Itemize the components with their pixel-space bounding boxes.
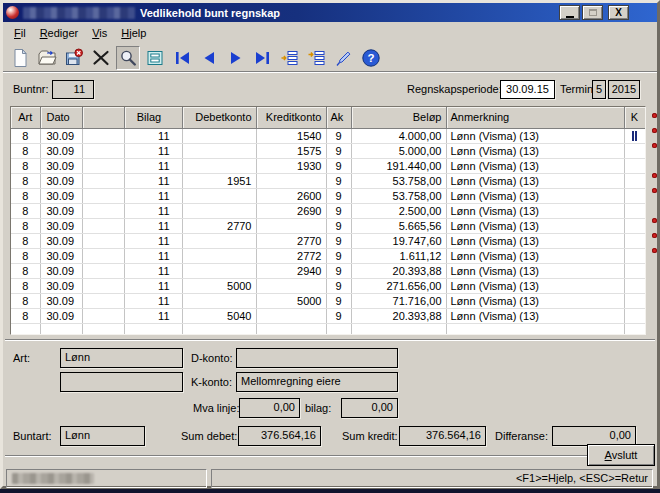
cell-k[interactable] — [624, 293, 645, 308]
cell-c3[interactable] — [82, 173, 124, 188]
cell-bilag[interactable]: 11 — [124, 293, 182, 308]
table-row[interactable]: 830.0911277095.665,56Lønn (Visma) (13) — [11, 218, 645, 233]
cell-c3[interactable] — [82, 233, 124, 248]
cell-k[interactable] — [624, 128, 645, 143]
insert-line-button[interactable] — [305, 46, 329, 70]
delete-batch-button[interactable] — [62, 46, 86, 70]
avslutt-button[interactable]: Avslutt — [587, 444, 655, 466]
menu-fil[interactable]: Fil — [7, 25, 33, 41]
cell-k[interactable] — [624, 203, 645, 218]
cell-c3[interactable] — [82, 263, 124, 278]
cell-anmerkning[interactable]: Lønn (Visma) (13) — [446, 248, 624, 263]
mva-bilag-field[interactable]: 0,00 — [341, 398, 398, 418]
maximize-button[interactable] — [582, 5, 603, 20]
cell-dato[interactable]: 30.09 — [40, 173, 82, 188]
cell-bilag[interactable]: 11 — [124, 308, 182, 323]
cell-art[interactable]: 8 — [11, 233, 40, 248]
cell-ak[interactable]: 9 — [326, 158, 351, 173]
cell-belop[interactable]: 71.716,00 — [351, 293, 446, 308]
cell-kreditkonto[interactable]: 2940 — [256, 263, 326, 278]
cell-art[interactable]: 8 — [11, 263, 40, 278]
table-row[interactable]: 830.091150009271.656,00Lønn (Visma) (13) — [11, 278, 645, 293]
cell-debetkonto[interactable]: 5040 — [182, 308, 256, 323]
cell-dato[interactable]: 30.09 — [40, 263, 82, 278]
cell-anmerkning[interactable]: Lønn (Visma) (13) — [446, 218, 624, 233]
cell-ak[interactable]: 9 — [326, 293, 351, 308]
sum-debet-field[interactable]: 376.564,16 — [238, 426, 321, 446]
column-header-dato[interactable]: Dato — [40, 107, 82, 128]
table-row[interactable]: 830.0911154094.000,00Lønn (Visma) (13) — [11, 128, 645, 143]
cell-anmerkning[interactable]: Lønn (Visma) (13) — [446, 263, 624, 278]
cell-ak[interactable]: 9 — [326, 248, 351, 263]
cell-belop[interactable]: 5.665,56 — [351, 218, 446, 233]
cell-debetkonto[interactable] — [182, 233, 256, 248]
cell-dato[interactable]: 30.09 — [40, 218, 82, 233]
cell-kreditkonto[interactable] — [256, 218, 326, 233]
cell-art[interactable]: 8 — [11, 278, 40, 293]
cell-anmerkning[interactable]: Lønn (Visma) (13) — [446, 308, 624, 323]
cell-c3[interactable] — [82, 248, 124, 263]
column-header-bilag[interactable]: Bilag — [124, 107, 182, 128]
column-header-ak[interactable]: Ak — [326, 107, 351, 128]
cell-ak[interactable]: 9 — [326, 308, 351, 323]
termin-year-field[interactable]: 2015 — [608, 80, 640, 99]
column-header-anmerkning[interactable]: Anmerkning — [446, 107, 624, 128]
cell-anmerkning[interactable]: Lønn (Visma) (13) — [446, 188, 624, 203]
cell-bilag[interactable]: 11 — [124, 128, 182, 143]
cell-kreditkonto[interactable] — [256, 173, 326, 188]
cell-dato[interactable]: 30.09 — [40, 308, 82, 323]
next-record-button[interactable] — [224, 46, 248, 70]
d-konto-field[interactable] — [236, 348, 398, 368]
cell-ak[interactable]: 9 — [326, 218, 351, 233]
cell-belop[interactable]: 53.758,00 — [351, 173, 446, 188]
cell-k[interactable] — [624, 218, 645, 233]
table-row[interactable]: 830.0911277291.611,12Lønn (Visma) (13) — [11, 248, 645, 263]
cell-bilag[interactable]: 11 — [124, 158, 182, 173]
cell-bilag[interactable]: 11 — [124, 263, 182, 278]
column-header-debetkonto[interactable]: Debetkonto — [182, 107, 256, 128]
cell-anmerkning[interactable]: Lønn (Visma) (13) — [446, 233, 624, 248]
art-field-2[interactable] — [60, 372, 183, 392]
cell-belop[interactable]: 2.500,00 — [351, 203, 446, 218]
cell-anmerkning[interactable]: Lønn (Visma) (13) — [446, 173, 624, 188]
cell-c3[interactable] — [82, 293, 124, 308]
cell-belop[interactable]: 1.611,12 — [351, 248, 446, 263]
column-header-blank[interactable] — [82, 107, 124, 128]
cell-dato[interactable]: 30.09 — [40, 278, 82, 293]
cell-belop[interactable]: 271.656,00 — [351, 278, 446, 293]
open-button[interactable] — [35, 46, 59, 70]
cell-k[interactable] — [624, 278, 645, 293]
cell-belop[interactable]: 20.393,88 — [351, 263, 446, 278]
cell-dato[interactable]: 30.09 — [40, 293, 82, 308]
cell-belop[interactable]: 53.758,00 — [351, 188, 446, 203]
cell-c3[interactable] — [82, 143, 124, 158]
cell-c3[interactable] — [82, 308, 124, 323]
cell-kreditkonto[interactable]: 2772 — [256, 248, 326, 263]
previous-record-button[interactable] — [197, 46, 221, 70]
column-header-k[interactable]: K — [624, 107, 645, 128]
search-button[interactable] — [116, 46, 140, 70]
cell-kreditkonto[interactable] — [256, 278, 326, 293]
menu-hjelp[interactable]: Hjelp — [114, 25, 153, 41]
minimize-button[interactable] — [559, 5, 580, 20]
cell-debetkonto[interactable]: 5000 — [182, 278, 256, 293]
cell-ak[interactable]: 9 — [326, 278, 351, 293]
cell-bilag[interactable]: 11 — [124, 173, 182, 188]
cell-debetkonto[interactable] — [182, 143, 256, 158]
cell-ak[interactable]: 9 — [326, 173, 351, 188]
cell-ak[interactable]: 9 — [326, 233, 351, 248]
cell-debetkonto[interactable]: 1951 — [182, 173, 256, 188]
cell-art[interactable]: 8 — [11, 203, 40, 218]
table-row[interactable]: 830.09112940920.393,88Lønn (Visma) (13) — [11, 263, 645, 278]
cell-art[interactable]: 8 — [11, 188, 40, 203]
cell-k[interactable] — [624, 233, 645, 248]
cell-k[interactable] — [624, 308, 645, 323]
table-row[interactable]: 830.09115000971.716,00Lønn (Visma) (13) — [11, 293, 645, 308]
cell-anmerkning[interactable]: Lønn (Visma) (13) — [446, 293, 624, 308]
cell-c3[interactable] — [82, 278, 124, 293]
cell-k[interactable] — [624, 263, 645, 278]
cell-debetkonto[interactable] — [182, 188, 256, 203]
cell-ak[interactable]: 9 — [326, 263, 351, 278]
cell-art[interactable]: 8 — [11, 143, 40, 158]
cell-debetkonto[interactable] — [182, 158, 256, 173]
